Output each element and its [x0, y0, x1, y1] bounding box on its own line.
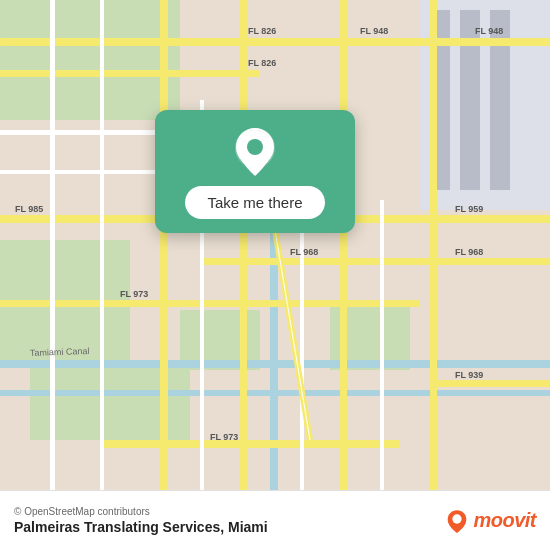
svg-rect-1	[0, 0, 180, 120]
map-svg: FL 826 FL 948 FL 948 FL 826 FL 959 FL 96…	[0, 0, 550, 490]
svg-rect-15	[0, 70, 260, 77]
svg-rect-30	[100, 0, 104, 490]
svg-rect-19	[200, 258, 550, 265]
copyright-text: © OpenStreetMap contributors	[14, 506, 268, 517]
moovit-label: moovit	[473, 509, 536, 532]
svg-point-51	[453, 514, 462, 523]
map-view: FL 826 FL 948 FL 948 FL 826 FL 959 FL 96…	[0, 0, 550, 490]
svg-text:FL 973: FL 973	[210, 432, 238, 442]
take-me-there-button[interactable]: Take me there	[185, 186, 324, 219]
svg-rect-33	[380, 200, 384, 490]
moovit-pin-icon	[445, 509, 469, 533]
svg-rect-9	[460, 10, 480, 190]
svg-text:Tamiami Canal: Tamiami Canal	[30, 346, 90, 358]
location-info: © OpenStreetMap contributors Palmeiras T…	[14, 506, 268, 535]
svg-rect-28	[0, 170, 180, 174]
svg-text:FL 826: FL 826	[248, 26, 276, 36]
svg-rect-24	[240, 0, 247, 490]
svg-rect-32	[300, 200, 304, 490]
svg-rect-18	[0, 300, 420, 307]
svg-rect-27	[0, 130, 180, 135]
svg-text:FL 968: FL 968	[290, 247, 318, 257]
svg-text:FL 968: FL 968	[455, 247, 483, 257]
svg-rect-25	[340, 0, 347, 490]
svg-text:FL 948: FL 948	[475, 26, 503, 36]
svg-text:FL 959: FL 959	[455, 204, 483, 214]
svg-rect-22	[100, 440, 400, 448]
bottom-bar: © OpenStreetMap contributors Palmeiras T…	[0, 490, 550, 550]
svg-text:FL 973: FL 973	[120, 289, 148, 299]
svg-text:FL 939: FL 939	[455, 370, 483, 380]
svg-rect-20	[430, 215, 550, 222]
svg-point-50	[247, 139, 263, 155]
svg-text:FL 985: FL 985	[15, 204, 43, 214]
svg-rect-29	[50, 0, 55, 490]
pin-icon	[231, 128, 279, 176]
svg-rect-23	[160, 0, 168, 490]
location-name: Palmeiras Translating Services, Miami	[14, 519, 268, 535]
svg-rect-16	[350, 38, 550, 45]
svg-rect-26	[430, 0, 437, 490]
moovit-logo: moovit	[445, 509, 536, 533]
svg-text:FL 948: FL 948	[360, 26, 388, 36]
svg-text:FL 826: FL 826	[248, 58, 276, 68]
location-card: Take me there	[155, 110, 355, 233]
svg-rect-21	[430, 380, 550, 387]
svg-rect-10	[490, 10, 510, 190]
